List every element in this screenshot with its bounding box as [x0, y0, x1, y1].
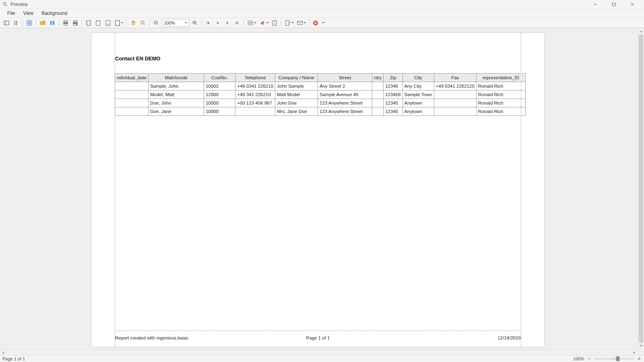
- svg-rect-42: [251, 21, 253, 23]
- cell-street: Any Street 2: [318, 82, 372, 90]
- next-page-button[interactable]: [223, 19, 232, 27]
- page-header-button[interactable]: [94, 19, 103, 27]
- page-orientation-button[interactable]: [103, 19, 112, 27]
- zoom-value: 100%: [164, 21, 175, 25]
- cell-cust: 10000: [204, 107, 235, 116]
- multipage-button[interactable]: [246, 19, 257, 27]
- cell-date: [115, 99, 149, 107]
- vertical-scrollbar[interactable]: [638, 28, 644, 349]
- svg-rect-41: [248, 21, 250, 23]
- quick-print-button[interactable]: [71, 19, 80, 27]
- zoom-slider[interactable]: [594, 358, 634, 360]
- horizontal-scrollbar[interactable]: [0, 349, 638, 355]
- find-button[interactable]: [12, 19, 21, 27]
- zoom-plus-button[interactable]: [637, 356, 642, 361]
- toolbar-separator: [59, 19, 59, 27]
- prev-page-button[interactable]: [213, 19, 222, 27]
- save-button[interactable]: [48, 19, 57, 27]
- toolbar-separator: [82, 19, 82, 27]
- sidebar-toggle-button[interactable]: [2, 19, 11, 27]
- scroll-right-icon[interactable]: [631, 350, 638, 356]
- page-margins-button[interactable]: [84, 19, 93, 27]
- scroll-up-icon[interactable]: [638, 28, 644, 35]
- footer-right: 12/18/2019: [386, 335, 521, 340]
- cell-comp: Mrs. Jane Doe: [275, 107, 318, 116]
- cell-fax: [434, 107, 476, 116]
- svg-rect-8: [27, 21, 29, 23]
- cell-city: Anytown: [402, 99, 434, 107]
- cell-fax: +49 0341 2262120: [434, 82, 476, 90]
- table-row: Model, Matt12000+49 341 226210Matt Model…: [115, 90, 526, 99]
- svg-rect-13: [51, 23, 54, 25]
- last-page-button[interactable]: [233, 19, 242, 27]
- menu-view[interactable]: View: [19, 9, 37, 17]
- zoom-in-button[interactable]: [190, 19, 199, 27]
- scroll-down-icon[interactable]: [638, 343, 644, 349]
- page-size-button[interactable]: [113, 19, 124, 27]
- cell-rep: Ronald Rich: [476, 90, 525, 99]
- open-button[interactable]: [38, 19, 47, 27]
- menu-background[interactable]: Background: [37, 9, 71, 17]
- close-preview-button[interactable]: [311, 19, 320, 27]
- zoom-out-button[interactable]: [152, 19, 161, 27]
- watermark-button[interactable]: [270, 19, 279, 27]
- export-button[interactable]: [283, 19, 295, 27]
- menu-file[interactable]: File: [3, 9, 19, 17]
- magnifier-button[interactable]: [138, 19, 147, 27]
- status-zoom: 100%: [573, 356, 584, 361]
- cell-zip: 12345: [384, 107, 402, 116]
- page: Contact EN DEMO ndividual_date Matchcode…: [92, 33, 544, 347]
- cell-city: Anytown: [402, 107, 434, 116]
- zoom-minus-button[interactable]: [587, 356, 592, 361]
- zoom-combo[interactable]: 100%: [162, 19, 189, 27]
- scroll-corner: [638, 349, 644, 355]
- preview-canvas: Contact EN DEMO ndividual_date Matchcode…: [0, 28, 638, 349]
- cell-cust: 10002: [204, 82, 235, 90]
- cell-ctry: [372, 82, 384, 90]
- minimize-button[interactable]: [586, 0, 605, 9]
- cell-fax: [434, 99, 476, 107]
- svg-point-0: [3, 2, 6, 5]
- toolbar-separator: [281, 19, 281, 27]
- print-button[interactable]: [61, 19, 70, 27]
- first-page-button[interactable]: [204, 19, 213, 27]
- cell-street: 123 Anywhere Street: [318, 99, 372, 107]
- svg-rect-27: [107, 24, 109, 25]
- thumbnails-button[interactable]: [25, 19, 34, 27]
- footer-center: Page 1 of 1: [250, 335, 386, 340]
- svg-rect-49: [286, 21, 289, 25]
- toolbar-separator: [36, 19, 36, 27]
- svg-rect-3: [613, 3, 615, 6]
- table-row: Sample, John10002+49 0341 226210John Sam…: [115, 82, 526, 90]
- cell-zip: 12345: [384, 82, 402, 90]
- email-button[interactable]: [295, 19, 307, 27]
- scroll-left-icon[interactable]: [0, 350, 6, 356]
- toolbar-separator: [126, 19, 127, 27]
- cell-ctry: [372, 107, 384, 116]
- maximize-button[interactable]: [605, 0, 623, 9]
- cell-date: [115, 90, 149, 99]
- svg-rect-11: [30, 23, 32, 25]
- cell-city: Any City: [402, 82, 434, 90]
- footer-left: Report created with ingenious.basic: [115, 335, 250, 340]
- toolbar-separator: [244, 19, 244, 27]
- cell-match: Doe, John: [149, 99, 204, 107]
- close-button[interactable]: [623, 0, 642, 9]
- cell-fax: [434, 90, 476, 99]
- background-color-button[interactable]: [258, 19, 269, 27]
- toolbar-separator: [309, 19, 309, 27]
- cell-tel: +49 341 226210: [235, 90, 275, 99]
- cell-comp: John Doe: [275, 99, 318, 107]
- scroll-thumb[interactable]: [639, 35, 643, 343]
- svg-point-20: [76, 24, 78, 25]
- svg-rect-10: [27, 23, 29, 25]
- cell-rep: Ronald Rich: [476, 99, 525, 107]
- cell-rep: Ronald Rich: [476, 82, 525, 90]
- svg-rect-12: [51, 21, 53, 23]
- menubar: File View Background: [0, 9, 644, 18]
- hand-tool-button[interactable]: [129, 19, 138, 27]
- window-title: Preview: [10, 2, 28, 7]
- status-page: Page 1 of 1: [2, 356, 25, 361]
- zoom-slider-handle[interactable]: [616, 356, 619, 361]
- close-preview-dropdown[interactable]: [321, 19, 326, 27]
